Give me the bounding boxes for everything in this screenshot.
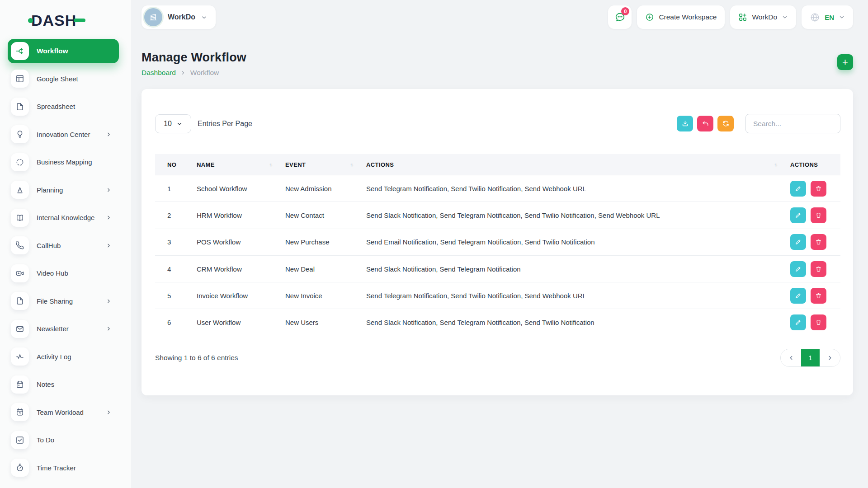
table-controls: 10 Entries Per Page	[155, 114, 840, 133]
delete-button[interactable]	[811, 207, 826, 223]
column-header-name-1[interactable]: NAME↑↓	[190, 154, 278, 175]
sidebar-item-notes[interactable]: Notes	[8, 371, 119, 399]
language-label: EN	[825, 14, 834, 21]
delete-button[interactable]	[811, 234, 826, 250]
sheet-icon	[11, 70, 29, 88]
mail-icon	[11, 320, 29, 338]
sidebar-item-video-hub[interactable]: Video Hub	[8, 259, 119, 287]
chevron-down-icon	[176, 121, 183, 127]
sidebar-item-callhub[interactable]: CallHub	[8, 232, 119, 260]
edit-button[interactable]	[790, 207, 806, 223]
table-header: NONAME↑↓EVENT↑↓ACTIONS↑↓ACTIONS	[155, 154, 840, 175]
breadcrumb-current: Workflow	[190, 69, 219, 77]
next-page-button[interactable]	[820, 349, 840, 366]
download-icon	[681, 120, 689, 127]
sort-icon[interactable]: ↑↓	[266, 162, 272, 167]
delete-button[interactable]	[811, 181, 826, 197]
cell-row-buttons	[783, 207, 840, 223]
sidebar-item-label: Planning	[37, 186, 63, 194]
sidebar-item-google-sheet[interactable]: Google Sheet	[8, 65, 119, 93]
breadcrumb-dashboard-link[interactable]: Dashboard	[142, 69, 176, 77]
sidebar-item-spreadsheet[interactable]: Spreadsheet	[8, 93, 119, 121]
delete-button[interactable]	[811, 261, 826, 277]
page-title: Manage Workflow	[142, 51, 246, 65]
sidebar-item-innovation-center[interactable]: Innovation Center	[8, 121, 119, 149]
workspace-selector[interactable]: WorkDo	[142, 5, 216, 29]
cell-row-buttons	[783, 261, 840, 277]
trash-icon	[815, 185, 822, 192]
trash-icon	[815, 266, 822, 272]
pencil-icon	[795, 319, 802, 326]
previous-page-button[interactable]	[781, 349, 801, 366]
column-header-actions-3[interactable]: ACTIONS↑↓	[359, 154, 783, 175]
table-row: 1 School Workflow New Admission Send Tel…	[155, 175, 840, 202]
sidebar-item-workflow[interactable]: Workflow	[8, 39, 119, 63]
globe-icon	[810, 12, 820, 23]
pencil-icon	[795, 212, 802, 219]
cell-actions: Send Telegram Notification, Send Twilio …	[359, 185, 783, 192]
table-footer: Showing 1 to 6 of 6 entries 1	[155, 349, 840, 367]
cell-name: CRM Workflow	[190, 265, 278, 273]
workspace-name: WorkDo	[168, 13, 195, 21]
sidebar-item-label: To Do	[37, 436, 54, 444]
logo-dash-icon	[74, 19, 85, 22]
table-row: 4 CRM Workflow New Deal Send Slack Notif…	[155, 256, 840, 282]
sidebar-item-internal-knowledge[interactable]: Internal Knowledge	[8, 204, 119, 232]
refresh-button[interactable]	[717, 116, 734, 131]
sidebar-item-planning[interactable]: Planning	[8, 176, 119, 204]
cell-actions: Send Slack Notification, Send Telegram N…	[359, 211, 783, 219]
export-button[interactable]	[677, 116, 693, 131]
edit-button[interactable]	[790, 181, 806, 197]
sidebar-item-activity-log[interactable]: Activity Log	[8, 343, 119, 371]
chevron-right-icon	[106, 187, 112, 193]
edit-button[interactable]	[790, 314, 806, 330]
delete-button[interactable]	[811, 288, 826, 304]
topbar: WorkDo 0 Create Workspace WorkDo	[142, 5, 853, 29]
sidebar-item-business-mapping[interactable]: Business Mapping	[8, 148, 119, 176]
edit-button[interactable]	[790, 261, 806, 277]
add-workflow-button[interactable]: +	[837, 54, 853, 70]
language-selector[interactable]: EN	[802, 5, 853, 29]
chevron-down-icon	[839, 14, 845, 20]
table-row: 6 User Workflow New Users Send Slack Not…	[155, 309, 840, 336]
topbar-actions: 0 Create Workspace WorkDo EN	[608, 5, 853, 29]
workspace-avatar	[144, 8, 162, 26]
cell-row-buttons	[783, 288, 840, 304]
sidebar-item-file-sharing[interactable]: File Sharing	[8, 287, 119, 315]
column-header-event-2[interactable]: EVENT↑↓	[278, 154, 359, 175]
sidebar-item-team-workload[interactable]: Team Workload	[8, 399, 119, 427]
cell-no: 6	[155, 319, 190, 326]
create-workspace-button[interactable]: Create Workspace	[637, 5, 725, 29]
current-page[interactable]: 1	[801, 349, 820, 366]
cell-row-buttons	[783, 234, 840, 250]
cell-actions: Send Telegram Notification, Send Twilio …	[359, 292, 783, 300]
messages-button[interactable]: 0	[608, 5, 632, 29]
book-icon	[11, 209, 29, 227]
dashed-circle-icon	[11, 153, 29, 171]
edit-button[interactable]	[790, 288, 806, 304]
sidebar-item-newsletter[interactable]: Newsletter	[8, 315, 119, 343]
sort-icon[interactable]: ↑↓	[347, 162, 353, 167]
trash-icon	[815, 212, 822, 219]
workdo-apps-button[interactable]: WorkDo	[730, 5, 796, 29]
cell-row-buttons	[783, 314, 840, 330]
column-header-actions-4: ACTIONS	[783, 154, 840, 175]
notes-icon	[11, 375, 29, 394]
sidebar-item-label: File Sharing	[37, 297, 73, 305]
pencil-icon	[795, 292, 802, 299]
trash-icon	[815, 292, 822, 299]
search-input[interactable]	[745, 114, 840, 133]
sidebar-item-label: Newsletter	[37, 325, 69, 333]
sidebar-item-time-tracker[interactable]: Time Tracker	[8, 454, 119, 482]
cell-row-buttons	[783, 181, 840, 197]
sidebar-item-to-do[interactable]: To Do	[8, 426, 119, 454]
entries-per-page-value: 10	[164, 120, 172, 128]
chevron-right-icon	[106, 243, 112, 249]
entries-per-page-select[interactable]: 10	[155, 114, 191, 133]
delete-button[interactable]	[811, 314, 826, 330]
column-header-no-0: NO	[155, 154, 190, 175]
undo-button[interactable]	[697, 116, 713, 131]
sort-icon[interactable]: ↑↓	[771, 162, 777, 167]
edit-button[interactable]	[790, 234, 806, 250]
cell-no: 4	[155, 265, 190, 273]
